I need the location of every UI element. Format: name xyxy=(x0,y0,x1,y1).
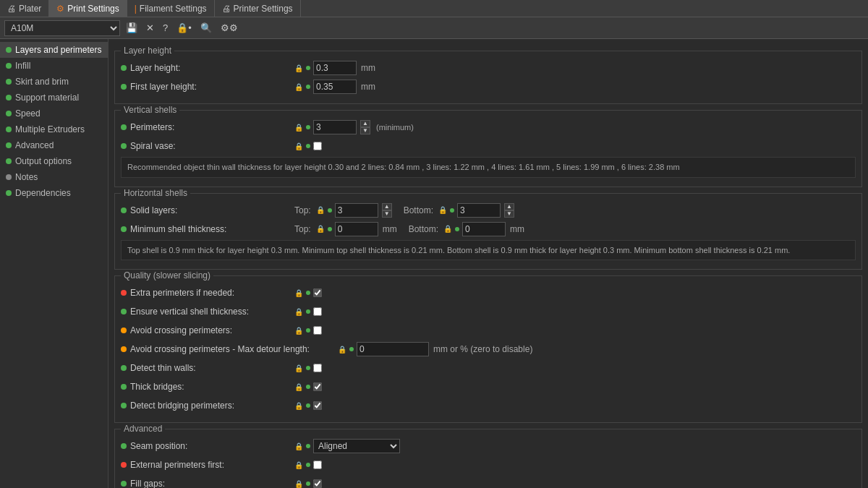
lock-extra-perimeters[interactable]: 🔒 xyxy=(294,289,303,297)
checkbox-thick-bridges[interactable] xyxy=(313,382,322,391)
sidebar-item-infill[interactable]: Infill xyxy=(0,58,108,74)
spin-up-perimeters[interactable]: ▲ xyxy=(360,120,370,127)
spin-down-solid-bottom[interactable]: ▼ xyxy=(504,210,514,218)
lock-seam-position[interactable]: 🔒 xyxy=(294,442,303,450)
input-solid-top[interactable] xyxy=(335,203,378,218)
spin-up-solid-top[interactable]: ▲ xyxy=(382,203,392,210)
tab-filament-settings[interactable]: | Filament Settings xyxy=(127,0,215,17)
spin-solid-top: ▲ ▼ xyxy=(382,203,392,218)
sidebar-item-output-options[interactable]: Output options xyxy=(0,153,108,169)
label-min-shell: Minimum shell thickness: xyxy=(121,224,294,234)
checkbox-ensure-vertical[interactable] xyxy=(313,307,322,316)
input-min-shell-top[interactable] xyxy=(335,222,378,236)
sidebar-item-advanced[interactable]: Advanced xyxy=(0,137,108,153)
sidebar-label-support: Support material xyxy=(15,93,79,103)
top-tabs-bar: 🖨 Plater ⚙ Print Settings | Filament Set… xyxy=(0,0,868,17)
row-first-layer-height: First layer height: 🔒 mm xyxy=(121,79,856,95)
section-title-horizontal-shells: Horizontal shells xyxy=(121,188,190,198)
row-fill-gaps: Fill gaps: 🔒 xyxy=(121,476,856,488)
lock-thick-bridges[interactable]: 🔒 xyxy=(294,383,303,391)
save-button[interactable]: 💾 xyxy=(123,21,140,35)
lock-solid-bottom[interactable]: 🔒 xyxy=(438,206,447,214)
section-advanced: Advanced Seam position: 🔒 Aligned Neares… xyxy=(114,429,862,488)
lock-min-shell-bottom[interactable]: 🔒 xyxy=(443,225,452,233)
lock-avoid-crossing-max[interactable]: 🔒 xyxy=(338,346,346,354)
tab-print-settings[interactable]: ⚙ Print Settings xyxy=(49,0,127,17)
sidebar-item-multiple-extruders[interactable]: Multiple Extruders xyxy=(0,121,108,137)
sidebar-dot-advanced xyxy=(6,142,12,148)
lock-layer-height[interactable]: 🔒 xyxy=(294,64,303,72)
spin-down-perimeters[interactable]: ▼ xyxy=(360,127,370,134)
indicator-seam-position xyxy=(306,444,310,448)
sidebar-item-layers-perimeters[interactable]: Layers and perimeters xyxy=(0,42,108,58)
indicator-solid-top xyxy=(328,208,332,213)
select-seam-position[interactable]: Aligned Nearest Random Rear xyxy=(313,439,400,453)
checkbox-external-perimeters[interactable] xyxy=(313,461,322,469)
indicator-detect-thin-walls xyxy=(306,366,310,370)
tab-plater-label: Plater xyxy=(19,4,41,14)
controls-avoid-crossing-max: 🔒 mm or % (zero to disable) xyxy=(338,342,532,356)
input-first-layer-height[interactable] xyxy=(313,80,357,94)
spin-perimeters: ▲ ▼ xyxy=(360,120,370,134)
lock-first-layer[interactable]: 🔒 xyxy=(294,83,303,91)
sidebar-item-skirt-brim[interactable]: Skirt and brim xyxy=(0,74,108,90)
sidebar-item-support-material[interactable]: Support material xyxy=(0,90,108,106)
input-solid-bottom[interactable] xyxy=(457,203,501,218)
text-avoid-crossing-max: Avoid crossing perimeters - Max detour l… xyxy=(130,344,310,354)
sidebar-label-layers: Layers and perimeters xyxy=(15,45,101,55)
sidebar-dot-speed xyxy=(6,111,12,116)
lock-spiral-vase[interactable]: 🔒 xyxy=(294,142,303,150)
lock-avoid-crossing[interactable]: 🔒 xyxy=(294,327,303,335)
tab-plater[interactable]: 🖨 Plater xyxy=(0,0,49,17)
profile-select[interactable]: A10M xyxy=(4,20,120,36)
search-button[interactable]: 🔍 xyxy=(197,21,215,35)
dot-solid-layers xyxy=(121,207,127,213)
spin-down-solid-top[interactable]: ▼ xyxy=(382,210,392,218)
checkbox-detect-bridging[interactable] xyxy=(313,401,322,410)
help-button[interactable]: ? xyxy=(160,21,171,35)
lock-solid-top[interactable]: 🔒 xyxy=(316,206,325,214)
lock-min-shell-top[interactable]: 🔒 xyxy=(316,225,325,233)
lock-fill-gaps[interactable]: 🔒 xyxy=(294,480,303,488)
indicator-perimeters xyxy=(306,125,310,129)
top-label-min-shell: Top: xyxy=(294,224,311,234)
settings-button[interactable]: ⚙⚙ xyxy=(218,21,241,35)
tab-printer-settings[interactable]: 🖨 Printer Settings xyxy=(215,0,301,17)
checkbox-fill-gaps[interactable] xyxy=(313,479,322,488)
section-layer-height: Layer height Layer height: 🔒 mm xyxy=(114,51,862,104)
spin-solid-bottom: ▲ ▼ xyxy=(504,203,514,218)
row-min-shell-thickness: Minimum shell thickness: Top: 🔒 mm Botto… xyxy=(121,221,856,237)
lock-detect-thin-walls[interactable]: 🔒 xyxy=(294,364,303,372)
close-button[interactable]: ✕ xyxy=(143,21,157,35)
input-perimeters[interactable] xyxy=(313,120,357,134)
input-layer-height[interactable] xyxy=(313,61,357,75)
checkbox-detect-thin-walls[interactable] xyxy=(313,364,322,372)
lock-perimeters[interactable]: 🔒 xyxy=(294,124,303,132)
lock-button[interactable]: 🔒• xyxy=(174,21,195,35)
spin-up-solid-bottom[interactable]: ▲ xyxy=(504,203,514,210)
row-avoid-crossing: Avoid crossing perimeters: 🔒 xyxy=(121,322,856,338)
controls-min-shell: Top: 🔒 mm Bottom: 🔒 mm xyxy=(294,222,524,236)
checkbox-spiral-vase[interactable] xyxy=(313,142,322,150)
checkbox-extra-perimeters[interactable] xyxy=(313,288,322,297)
lock-ensure-vertical[interactable]: 🔒 xyxy=(294,308,303,316)
lock-external-perimeters[interactable]: 🔒 xyxy=(294,461,303,469)
text-external-perimeters: External perimeters first: xyxy=(130,460,224,470)
dot-seam-position xyxy=(121,443,127,449)
controls-thick-bridges: 🔒 xyxy=(294,382,322,391)
controls-layer-height: 🔒 mm xyxy=(294,61,375,75)
lock-detect-bridging[interactable]: 🔒 xyxy=(294,402,303,410)
sidebar-item-dependencies[interactable]: Dependencies xyxy=(0,185,108,201)
sidebar-item-speed[interactable]: Speed xyxy=(0,106,108,121)
checkbox-avoid-crossing[interactable] xyxy=(313,326,322,335)
input-avoid-crossing-max[interactable] xyxy=(357,342,429,356)
dot-min-shell xyxy=(121,226,127,232)
row-spiral-vase: Spiral vase: 🔒 xyxy=(121,138,856,154)
dot-ensure-vertical xyxy=(121,309,127,314)
row-detect-thin-walls: Detect thin walls: 🔒 xyxy=(121,360,856,376)
label-seam-position: Seam position: xyxy=(121,441,294,451)
input-min-shell-bottom[interactable] xyxy=(462,222,506,236)
controls-avoid-crossing: 🔒 xyxy=(294,326,322,335)
sidebar-item-notes[interactable]: Notes xyxy=(0,169,108,185)
info-vertical-shells: Recommended object thin wall thickness f… xyxy=(121,157,856,178)
